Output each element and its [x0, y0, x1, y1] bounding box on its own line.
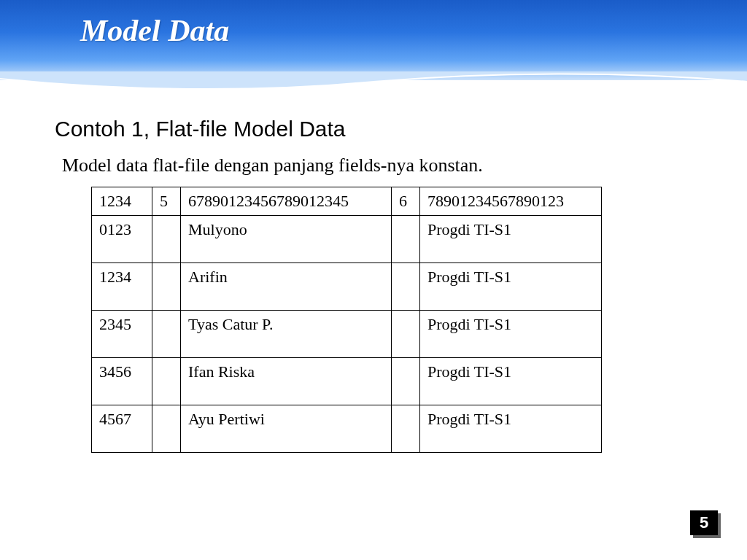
cell-prog: Progdi TI-S1	[420, 311, 602, 358]
cell-prog: Progdi TI-S1	[420, 263, 602, 311]
hdr-col5: 78901234567890123	[420, 187, 602, 216]
cell-sep2	[392, 358, 420, 405]
hdr-col4: 6	[392, 187, 420, 216]
cell-sep2	[392, 311, 420, 358]
hdr-col2: 5	[152, 187, 181, 216]
cell-sep1	[152, 311, 181, 358]
cell-name: Tyas Catur P.	[181, 311, 392, 358]
cell-sep2	[392, 405, 420, 453]
cell-name: Mulyono	[181, 216, 392, 263]
description: Model data flat-file dengan panjang fiel…	[62, 155, 692, 176]
table-row: 4567 Ayu Pertiwi Progdi TI-S1	[92, 405, 602, 453]
cell-id: 2345	[92, 311, 152, 358]
cell-sep2	[392, 216, 420, 263]
table-row: 0123 Mulyono Progdi TI-S1	[92, 216, 602, 263]
slide-title: Model Data	[80, 13, 229, 48]
cell-sep2	[392, 263, 420, 311]
banner-wave	[0, 71, 747, 93]
cell-name: Arifin	[181, 263, 392, 311]
cell-id: 3456	[92, 358, 152, 405]
cell-sep1	[152, 216, 181, 263]
table-row: 1234 Arifin Progdi TI-S1	[92, 263, 602, 311]
table-row: 3456 Ifan Riska Progdi TI-S1	[92, 358, 602, 405]
cell-prog: Progdi TI-S1	[420, 358, 602, 405]
flat-file-table: 1234 5 67890123456789012345 6 7890123456…	[91, 187, 602, 453]
cell-id: 0123	[92, 216, 152, 263]
cell-prog: Progdi TI-S1	[420, 216, 602, 263]
table-header-row: 1234 5 67890123456789012345 6 7890123456…	[92, 187, 602, 216]
cell-id: 1234	[92, 263, 152, 311]
cell-id: 4567	[92, 405, 152, 453]
table-wrap: 1234 5 67890123456789012345 6 7890123456…	[91, 187, 692, 453]
page-number: 5	[690, 510, 718, 535]
page-number-badge: 5	[690, 510, 721, 538]
hdr-col1: 1234	[92, 187, 152, 216]
subtitle: Contoh 1, Flat-file Model Data	[55, 117, 692, 141]
cell-sep1	[152, 358, 181, 405]
table-row: 2345 Tyas Catur P. Progdi TI-S1	[92, 311, 602, 358]
cell-sep1	[152, 263, 181, 311]
content-area: Contoh 1, Flat-file Model Data Model dat…	[0, 80, 747, 453]
hdr-col3: 67890123456789012345	[181, 187, 392, 216]
cell-sep1	[152, 405, 181, 453]
cell-name: Ayu Pertiwi	[181, 405, 392, 453]
title-banner: Model Data	[0, 0, 747, 80]
slide: Model Data Contoh 1, Flat-file Model Dat…	[0, 0, 747, 560]
cell-prog: Progdi TI-S1	[420, 405, 602, 453]
cell-name: Ifan Riska	[181, 358, 392, 405]
